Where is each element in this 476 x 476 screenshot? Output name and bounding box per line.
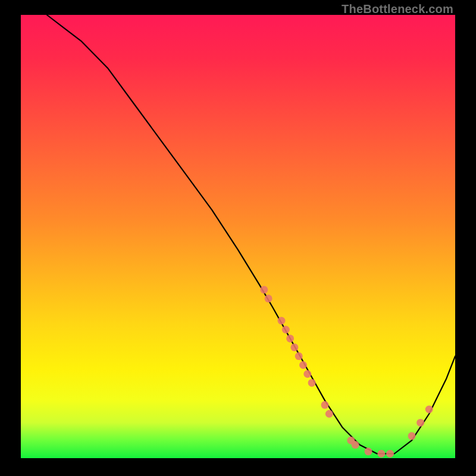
- marker-dot: [295, 352, 303, 360]
- marker-dot: [321, 401, 329, 409]
- watermark-text: TheBottleneck.com: [342, 2, 453, 16]
- marker-dot: [377, 450, 385, 458]
- chart-svg: [21, 15, 455, 458]
- marker-dot: [386, 450, 394, 458]
- marker-dot: [282, 326, 290, 334]
- marker-dot: [352, 441, 359, 449]
- marker-dot: [416, 419, 424, 427]
- marker-dot: [260, 286, 268, 293]
- marker-dot: [425, 406, 433, 414]
- marker-dot: [299, 361, 307, 369]
- marker-dot: [303, 370, 311, 378]
- marker-dot: [278, 317, 286, 325]
- marker-dot: [286, 334, 294, 342]
- marker-dot: [308, 379, 316, 387]
- marker-dot: [325, 410, 333, 418]
- marker-dot: [365, 447, 372, 455]
- plot-area: [21, 15, 455, 458]
- marker-dot: [290, 343, 298, 351]
- marker-dot: [265, 295, 273, 302]
- chart-stage: TheBottleneck.com: [0, 0, 476, 476]
- marker-dot: [408, 432, 416, 440]
- curve-line: [47, 15, 455, 454]
